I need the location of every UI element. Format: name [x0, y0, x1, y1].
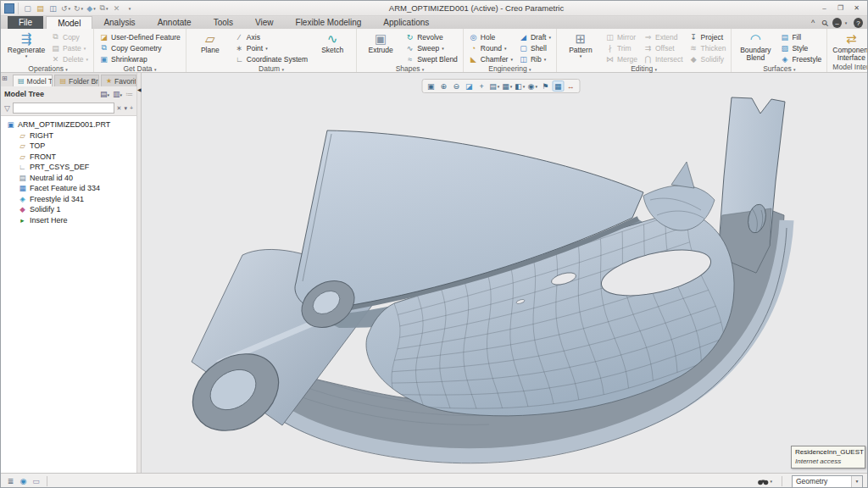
- component-interface-button[interactable]: ⇄Component Interface: [831, 30, 868, 63]
- rib-button[interactable]: ◫Rib▾: [517, 53, 553, 64]
- window-button[interactable]: ▭: [31, 476, 42, 487]
- sketch-button[interactable]: ∿Sketch: [312, 30, 353, 54]
- clear-filter-icon[interactable]: ✕: [117, 105, 122, 112]
- tab-view[interactable]: View: [244, 16, 285, 29]
- spin-center-button[interactable]: +: [476, 80, 487, 92]
- navigator-tab-favorites[interactable]: ★Favorites: [101, 75, 136, 86]
- regenerate-button[interactable]: ⇶Regenerate▾: [6, 30, 47, 59]
- annotation-display-button[interactable]: ⚑: [539, 80, 551, 92]
- tree-item-facet-feature-id-334[interactable]: ▦Facet Feature id 334: [1, 183, 136, 194]
- regenerate-quick-button[interactable]: ◆▾: [86, 3, 97, 14]
- button-label: Draft: [531, 33, 546, 42]
- new-file-button[interactable]: ▢: [22, 3, 33, 14]
- repaint-button[interactable]: ◪: [463, 80, 475, 92]
- freestyle-button[interactable]: ◈Freestyle: [778, 53, 823, 64]
- style-button[interactable]: ▨Style: [778, 42, 823, 53]
- graphics-controls-button[interactable]: ▦: [552, 80, 564, 92]
- shrinkwrap-button[interactable]: ▣Shrinkwrap: [97, 53, 182, 64]
- dragger-display-button[interactable]: ↔: [565, 80, 576, 92]
- tree-filter-input[interactable]: [13, 103, 114, 114]
- navigator-tab-model-tree[interactable]: ▤Model Tree: [13, 75, 53, 86]
- tree-item-label: TOP: [30, 141, 45, 150]
- plane-button[interactable]: ▱Plane: [190, 30, 231, 54]
- quick-access-toolbar: ▢▤◫↺▾↻▾◆▾⧉▾✕▾: [18, 3, 136, 14]
- tree-item-insert-here[interactable]: ▸Insert Here: [1, 215, 136, 226]
- swept-blend-button[interactable]: ≈Swept Blend: [403, 53, 459, 64]
- 3d-model[interactable]: [142, 73, 867, 473]
- tab-applications[interactable]: Applications: [372, 16, 440, 29]
- revolve-button[interactable]: ↻Revolve: [403, 31, 459, 42]
- web-browser-button[interactable]: ◉: [18, 476, 29, 487]
- tree-item-freestyle-id-341[interactable]: ◈Freestyle id 341: [1, 194, 136, 205]
- saved-orientations-button[interactable]: ▤▾: [488, 80, 500, 92]
- filter-options-icon[interactable]: ▾: [124, 105, 127, 112]
- open-file-button[interactable]: ▤: [35, 3, 46, 14]
- minimize-button[interactable]: –: [817, 3, 832, 14]
- undo-button[interactable]: ↺▾: [60, 3, 71, 14]
- zoom-out-button[interactable]: ⊖: [450, 80, 462, 92]
- ribbon-column: ▤Fill▨Style◈Freestyle: [778, 30, 823, 64]
- axis-button[interactable]: ∕Axis: [233, 31, 309, 42]
- help-icon[interactable]: ?: [854, 18, 863, 28]
- round-button[interactable]: ◔Round▾: [467, 42, 515, 53]
- user-options-icon[interactable]: –▾: [832, 18, 850, 28]
- group-label[interactable]: Model Intent ▾: [831, 63, 868, 72]
- coordinate-system-button[interactable]: ∟Coordinate System: [233, 53, 309, 64]
- copy-geometry-button[interactable]: ⧉Copy Geometry: [97, 42, 182, 53]
- view-manager-button[interactable]: ▦▾: [501, 80, 513, 92]
- refit-button[interactable]: ▣: [425, 80, 437, 92]
- tree-item-arm-optimized001-prt[interactable]: ▣ARM_OPTIMIZED001.PRT: [1, 119, 136, 130]
- tab-file[interactable]: File: [8, 16, 43, 29]
- button-label: Solidify: [701, 55, 724, 64]
- close-button[interactable]: ✕: [849, 3, 864, 14]
- tree-item-right[interactable]: ▱RIGHT: [1, 130, 136, 141]
- chamfer-button[interactable]: ◣Chamfer▾: [467, 53, 515, 64]
- save-file-button[interactable]: ◫: [47, 3, 58, 14]
- display-style-button[interactable]: ◧▾: [514, 80, 526, 92]
- selection-filter-dropdown[interactable]: Geometry ▼: [792, 475, 863, 488]
- tab-annotate[interactable]: Annotate: [147, 16, 203, 29]
- point-button[interactable]: ∗Point▾: [233, 42, 309, 53]
- add-filter-icon[interactable]: +: [130, 105, 133, 111]
- view-manager-icon: ▦: [502, 82, 509, 91]
- pattern-button[interactable]: ⊞Pattern▾: [560, 30, 601, 59]
- extrude-button[interactable]: ▣Extrude: [360, 30, 401, 54]
- shell-button[interactable]: ▢Shell: [517, 42, 553, 53]
- user-defined-feature-button[interactable]: ◪User-Defined Feature: [97, 31, 182, 42]
- filter-icon[interactable]: ▽: [4, 104, 10, 113]
- boundary-blend-button[interactable]: ◠Boundary Blend: [735, 30, 776, 63]
- search-icon[interactable]: ⚲: [821, 18, 829, 28]
- redo-button[interactable]: ↻▾: [73, 3, 84, 14]
- draft-button[interactable]: ◢Draft▾: [517, 31, 553, 42]
- tab-analysis[interactable]: Analysis: [92, 16, 146, 29]
- restore-button[interactable]: ❐: [833, 3, 848, 14]
- close-window-button[interactable]: ✕: [111, 3, 122, 14]
- minimize-ribbon-icon[interactable]: ^: [809, 18, 817, 28]
- fill-button[interactable]: ▤Fill: [778, 31, 823, 42]
- window-switch-button[interactable]: ⧉▾: [98, 3, 109, 14]
- zoom-in-button[interactable]: ⊕: [437, 80, 449, 92]
- navigator-tab-folder-brows[interactable]: ▤Folder Brows: [54, 75, 98, 86]
- customize-qat-button[interactable]: ▾: [124, 3, 135, 14]
- tree-item-neutral-id-40[interactable]: ▤Neutral id 40: [1, 173, 136, 184]
- tab-model[interactable]: Model: [46, 16, 92, 29]
- model-tree-toggle-icon: ≣: [8, 477, 14, 485]
- show-list-icon[interactable]: ▥▾: [113, 90, 122, 98]
- search-in-model-button[interactable]: ▾: [758, 478, 772, 485]
- tree-item-top[interactable]: ▱TOP: [1, 141, 136, 152]
- project-button[interactable]: ↧Project: [687, 31, 728, 42]
- graphics-area[interactable]: ▣⊕⊖◪+▤▾▦▾◧▾◉▾⚑▦↔: [142, 73, 867, 473]
- tree-item-front[interactable]: ▱FRONT: [1, 152, 136, 163]
- tree-item-prt-csys-def[interactable]: ∟PRT_CSYS_DEF: [1, 162, 136, 173]
- hole-button[interactable]: ◎Hole: [467, 31, 515, 42]
- tab-flexible-modeling[interactable]: Flexible Modeling: [285, 16, 373, 29]
- point-icon: ∗: [235, 44, 244, 53]
- model-tree-toggle-button[interactable]: ≣: [5, 476, 16, 487]
- sweep-button[interactable]: ∿Sweep▾: [403, 42, 459, 53]
- ribbon-group-shapes: ▣Extrude↻Revolve∿Sweep▾≈Swept BlendShape…: [357, 29, 464, 72]
- tree-item-solidify-1[interactable]: ◆Solidify 1: [1, 204, 136, 215]
- datum-display-button[interactable]: ◉▾: [526, 80, 538, 92]
- tab-tools[interactable]: Tools: [203, 16, 244, 29]
- collapse-panel-icon[interactable]: ◀: [137, 86, 142, 92]
- tree-settings-icon[interactable]: ▤▾: [100, 90, 109, 98]
